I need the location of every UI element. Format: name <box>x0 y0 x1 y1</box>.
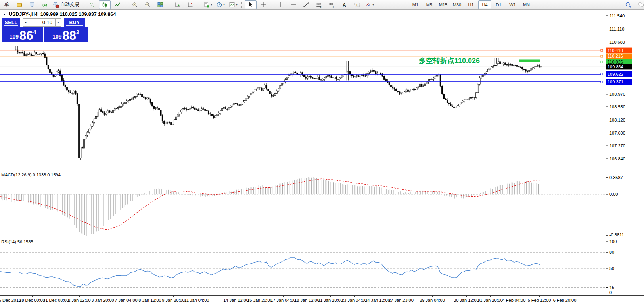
text-tool-button[interactable]: A <box>338 0 350 9</box>
time-axis[interactable]: 26 Dec 201828 Dec 00:0031 Dec 08:002 Jan… <box>0 295 644 305</box>
bars-icon <box>89 2 95 8</box>
svg-text:A: A <box>343 2 346 8</box>
date-tick-label: 31 Jan 20:00 <box>477 298 503 303</box>
timeframe-w1[interactable]: W1 <box>506 0 519 9</box>
level-line-110.216[interactable]: 110.216 <box>0 53 632 59</box>
panel-collapse-arrow[interactable]: ▲ <box>3 13 6 16</box>
chart-shift-button[interactable] <box>184 0 196 9</box>
sell-price[interactable]: 109864 <box>2 27 43 42</box>
rsi-label: RSI(14) 56.1585 <box>1 239 33 244</box>
toolbar-separator <box>378 2 379 8</box>
price-tick-label: 108.550 <box>610 104 625 109</box>
level-line-109.622[interactable]: 109.622 <box>0 71 632 77</box>
auto-scroll-icon <box>174 2 181 8</box>
line-chart-button[interactable] <box>111 0 123 9</box>
level-line-109.371[interactable]: 109.371 <box>0 79 632 85</box>
timeframe-mn-label: MN <box>523 2 530 7</box>
svg-text:E: E <box>320 6 322 8</box>
shapes-menu-button[interactable]: ▾ <box>364 0 376 9</box>
timeframe-m5-label: M5 <box>426 2 432 7</box>
trade-prices-row: 109864 109882 <box>2 27 88 42</box>
buy-price[interactable]: 109882 <box>44 27 88 42</box>
volume-increase-button[interactable]: ▲ <box>55 18 61 27</box>
date-tick-label: 28 Dec 00:00 <box>19 298 45 303</box>
new-order-button-label: 单 <box>4 1 9 8</box>
rsi-pane-canvas[interactable]: 1008050150 <box>0 239 644 295</box>
toolbar-separator <box>83 2 84 8</box>
date-tick-label: 31 Dec 08:00 <box>43 298 69 303</box>
macd-pane-canvas[interactable]: 0.35870.00-0.8811 <box>0 171 644 237</box>
time-tick <box>354 296 355 297</box>
label-tool-button[interactable]: T <box>351 0 363 9</box>
timeframe-m5[interactable]: M5 <box>423 0 436 9</box>
horizontal-line-tool-button[interactable] <box>288 0 299 9</box>
signal-icon <box>42 2 48 8</box>
level-line-110.026[interactable]: 110.026 <box>0 59 632 65</box>
zoom-in-icon <box>132 2 138 8</box>
main-chart-canvas[interactable]: 110.410110.216110.026109.864109.622109.3… <box>0 9 644 170</box>
timeframe-mn[interactable]: MN <box>520 0 533 9</box>
buy-button[interactable]: BUY <box>64 18 85 27</box>
candlestick-chart-button[interactable] <box>99 0 111 9</box>
timeframe-m15[interactable]: M15 <box>437 0 450 9</box>
rsi-scale-label: 0 <box>610 290 612 295</box>
macd-histogram <box>1 177 540 236</box>
volume-decrease-button[interactable]: ▼ <box>23 18 29 27</box>
one-click-trading-panel: SELL ▼ ▲ BUY 109864 109882 <box>2 18 88 42</box>
notepad-icon <box>16 2 23 8</box>
text-label-icon: T <box>354 2 360 8</box>
pane-divider[interactable] <box>0 237 644 239</box>
time-tick <box>514 296 514 297</box>
sell-price-sup: 4 <box>33 29 36 35</box>
timeframe-m30[interactable]: M30 <box>450 0 464 9</box>
volume-input[interactable] <box>29 18 55 27</box>
date-tick-label: 26 Dec 2018 <box>0 298 21 303</box>
signals-button[interactable] <box>39 0 51 9</box>
auto-trading-button[interactable]: 自动交易 <box>52 0 80 9</box>
resistance-highlight-segment[interactable] <box>519 59 540 62</box>
date-tick-label: 14 Jan 12:00 <box>223 298 249 303</box>
zoom-in-button[interactable] <box>129 0 141 9</box>
timeframe-w1-label: W1 <box>509 2 516 7</box>
zoom-out-button[interactable] <box>142 0 153 9</box>
search-button[interactable] <box>622 0 634 9</box>
timeframe-h4[interactable]: H4 <box>478 0 491 9</box>
shapes-icon <box>365 2 372 8</box>
fibonacci-tool-button[interactable]: E <box>313 0 325 9</box>
timeframe-m1[interactable]: M1 <box>409 0 422 9</box>
auto-scroll-button[interactable] <box>172 0 184 9</box>
indicators-menu-button[interactable]: ▾ <box>227 0 239 9</box>
date-tick-label: 3 Jan 20:00 <box>91 298 114 303</box>
auto-trade-icon <box>53 2 59 8</box>
time-tick <box>432 296 433 297</box>
crosshair-tool-button[interactable] <box>257 0 269 9</box>
trendline-tool-button[interactable] <box>300 0 312 9</box>
price-tick-label: 111.110 <box>610 27 624 31</box>
time-tick <box>173 296 174 297</box>
macd-scale-label: -0.8811 <box>610 232 624 237</box>
chart-shift-icon <box>187 2 194 8</box>
chevron-down-icon: ▾ <box>223 3 225 6</box>
svg-text:F: F <box>333 6 334 8</box>
pane-divider[interactable] <box>0 170 644 172</box>
cursor-tool-button[interactable] <box>245 0 257 9</box>
chat-button[interactable] <box>635 0 644 9</box>
timeframe-h1[interactable]: H1 <box>464 0 477 9</box>
level-line-110.410[interactable]: 110.410 <box>0 48 632 53</box>
timeframe-d1[interactable]: D1 <box>492 0 505 9</box>
new-chart-button[interactable]: ▾ <box>202 0 214 9</box>
tile-windows-button[interactable] <box>154 0 166 9</box>
new-order-button[interactable]: 单 <box>1 0 13 9</box>
sell-button[interactable]: SELL <box>2 18 20 27</box>
terminal-button[interactable] <box>13 0 25 9</box>
bar-chart-button[interactable] <box>86 0 98 9</box>
vertical-line-tool-button[interactable] <box>275 0 287 9</box>
strategy-tester-button[interactable] <box>26 0 38 9</box>
periods-menu-button[interactable]: ▾ <box>215 0 226 9</box>
rsi-scale-label: 80 <box>610 250 614 255</box>
chart-annotation[interactable]: 多空转折点110.026 <box>419 56 480 66</box>
time-tick <box>9 296 9 297</box>
channel-tool-button[interactable]: F <box>326 0 337 9</box>
date-tick-label: 23 Jan 04:00 <box>341 298 367 303</box>
date-tick-label: 2 Jan 12:00 <box>68 298 91 303</box>
